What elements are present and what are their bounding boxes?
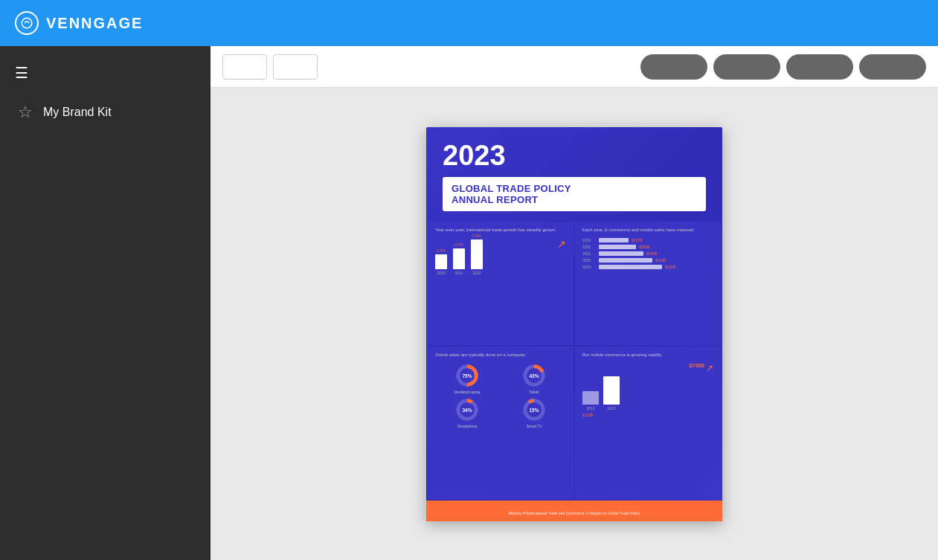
- bar-2020-rect: [435, 254, 447, 269]
- infographic-title-card: GLOBAL TRADE POLICY ANNUAL REPORT: [443, 177, 706, 211]
- bar-2022: 5.2% 2022: [471, 234, 483, 275]
- bar-2021-rect: [453, 248, 465, 269]
- infographic-year: 2023: [443, 141, 706, 172]
- donut-smartphone-svg: 34%: [454, 397, 480, 422]
- donut-tablet-svg: 43%: [521, 363, 547, 388]
- growth-val-2022: $745B: [689, 363, 704, 373]
- growth-label-2022: 2022: [603, 406, 620, 411]
- bar-2022-pct: 5.2%: [472, 234, 481, 238]
- bar-2020-label: 2020: [437, 271, 445, 275]
- toolbar-button-5[interactable]: [786, 54, 853, 80]
- donut-smartphone-label: Smartphone: [457, 424, 477, 428]
- hbar-2021: 2021 $340B: [582, 251, 713, 256]
- infographic-title-line2: ANNUAL REPORT: [452, 194, 697, 205]
- section3-title: Online sales are typically done on a com…: [435, 353, 566, 358]
- svg-text:15%: 15%: [529, 408, 539, 413]
- section2-h-bar-list: 2019 $237B 2020 $280B 2021: [582, 238, 713, 269]
- top-navigation: VENNGAGE: [0, 0, 938, 46]
- toolbar-button-2[interactable]: [273, 54, 318, 80]
- growth-label-2015: 2015: [582, 406, 599, 411]
- donut-tablet-label: Tablet: [529, 390, 539, 394]
- infographic-footer: Ministry of International Trade and Comm…: [426, 501, 722, 521]
- section1-bar-chart: 2.5% 2020 3.7% 2021 5.2%: [435, 238, 566, 275]
- section2-cell: Each year, E-commerce and mobile sales h…: [575, 222, 721, 345]
- bar-2022-rect: [471, 239, 483, 269]
- bar-2021-label: 2021: [454, 271, 463, 275]
- donut-desktop: 75% Desktop/Laptop: [435, 363, 499, 394]
- bar-2020-pct: 2.5%: [437, 248, 445, 253]
- brand-kit-label: My Brand Kit: [43, 106, 112, 119]
- sidebar: ☰ ☆ My Brand Kit: [0, 46, 211, 560]
- hbar-2023: 2023 $530B: [582, 265, 713, 269]
- svg-text:34%: 34%: [462, 408, 472, 413]
- donut-smartphone: 34% Smartphone: [435, 397, 499, 428]
- bar-2020: 2.5% 2020: [435, 248, 447, 275]
- star-icon: ☆: [18, 103, 33, 122]
- section3-cell: Online sales are typically done on a com…: [428, 347, 574, 498]
- logo-text: VENNGAGE: [46, 15, 143, 32]
- toolbar-button-1[interactable]: [222, 54, 267, 80]
- svg-text:75%: 75%: [462, 373, 472, 379]
- section4-title: But mobile commerce is growing rapidly.: [582, 353, 713, 358]
- svg-point-0: [22, 18, 32, 28]
- bar-2021-pct: 3.7%: [454, 242, 463, 247]
- toolbar-button-3[interactable]: [640, 54, 707, 80]
- toolbar-button-4[interactable]: [713, 54, 780, 80]
- section4-cell: But mobile commerce is growing rapidly. …: [575, 347, 721, 498]
- toolbar-button-6[interactable]: [859, 54, 926, 80]
- section2-title: Each year, E-commerce and mobile sales h…: [582, 228, 713, 234]
- donut-tablet: 43% Tablet: [502, 363, 566, 394]
- toolbar: [211, 46, 938, 88]
- hamburger-icon: ☰: [15, 65, 28, 80]
- canvas-area: 2023 GLOBAL TRADE POLICY ANNUAL REPORT Y…: [211, 88, 938, 560]
- hbar-2019: 2019 $237B: [582, 238, 713, 242]
- growth-arrow-icon: ↗: [706, 363, 713, 373]
- donut-desktop-svg: 75%: [454, 363, 480, 388]
- infographic-header: 2023 GLOBAL TRADE POLICY ANNUAL REPORT: [426, 127, 722, 221]
- infographic-footer-text: Ministry of International Trade and Comm…: [509, 511, 640, 515]
- toolbar-right-buttons: [640, 54, 926, 80]
- infographic-title-line1: GLOBAL TRADE POLICY: [452, 183, 697, 194]
- svg-text:43%: 43%: [529, 373, 539, 379]
- logo-area: VENNGAGE: [15, 11, 143, 35]
- donut-desktop-label: Desktop/Laptop: [454, 390, 480, 394]
- section1-cell: Year over year, international trade grow…: [428, 222, 574, 345]
- section1-title: Year over year, international trade grow…: [435, 228, 566, 234]
- donut-smarttv-label: Smart TV: [526, 424, 542, 428]
- donut-smarttv: 15% Smart TV: [502, 397, 566, 428]
- bar-2021: 3.7% 2021: [453, 242, 465, 275]
- growth-bar-2015: [582, 391, 599, 405]
- growth-bar-labels: 2015 2022: [582, 406, 713, 411]
- bar-2022-label: 2022: [472, 271, 481, 275]
- infographic-content: 2023 GLOBAL TRADE POLICY ANNUAL REPORT Y…: [426, 127, 722, 521]
- growth-val-2015: $133B: [582, 413, 593, 417]
- trend-arrow-icon: ↗: [557, 238, 566, 250]
- infographic-preview: 2023 GLOBAL TRADE POLICY ANNUAL REPORT Y…: [426, 127, 722, 521]
- growth-bars: [582, 375, 713, 405]
- hbar-2020: 2020 $280B: [582, 245, 713, 249]
- main-content: 2023 GLOBAL TRADE POLICY ANNUAL REPORT Y…: [211, 46, 938, 560]
- logo-icon: [15, 11, 39, 35]
- brand-kit-nav-item[interactable]: ☆ My Brand Kit: [0, 94, 211, 131]
- donut-smarttv-svg: 15%: [521, 397, 547, 422]
- section4-growth-chart: $745B ↗: [582, 363, 713, 417]
- infographic-data-grid: Year over year, international trade grow…: [426, 220, 722, 500]
- donut-grid: 75% Desktop/Laptop 43%: [435, 363, 566, 428]
- growth-bar-2022: [603, 376, 620, 405]
- hbar-2022: 2022 $410B: [582, 258, 713, 263]
- hamburger-button[interactable]: ☰: [0, 58, 211, 88]
